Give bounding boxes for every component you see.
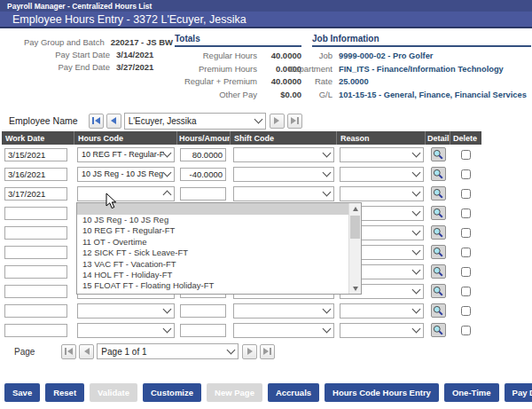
hours-amount-input[interactable] <box>180 324 226 337</box>
regular-premium-label: Regular + Premium <box>175 75 257 89</box>
hours-amount-input[interactable] <box>180 168 226 181</box>
delete-checkbox[interactable] <box>461 306 471 316</box>
delete-checkbox[interactable] <box>461 228 471 238</box>
scroll-down-icon[interactable] <box>349 283 361 294</box>
pay-day-register-button[interactable]: Pay Day Register <box>505 383 532 402</box>
work-date-input[interactable] <box>4 324 67 337</box>
employee-name-select[interactable]: L'Ecuyer, Jessika <box>124 113 266 130</box>
header-reason: Reason <box>337 131 426 145</box>
delete-checkbox[interactable] <box>461 267 471 277</box>
magnifier-icon <box>433 286 443 296</box>
delete-checkbox[interactable] <box>461 208 471 218</box>
detail-button[interactable] <box>431 264 446 279</box>
detail-button[interactable] <box>431 206 446 220</box>
hours-code-select[interactable]: 10 REG FT - Regular-FT <box>77 147 175 162</box>
page-last-button[interactable] <box>260 344 275 359</box>
work-date-input[interactable] <box>4 148 67 161</box>
rate-label: Rate <box>282 75 332 89</box>
delete-checkbox[interactable] <box>461 287 471 296</box>
scroll-up-icon[interactable] <box>349 203 361 214</box>
reason-select[interactable] <box>340 303 424 319</box>
dropdown-option[interactable]: 20 REG PT - Regular-PT <box>77 292 348 294</box>
hours-code-select[interactable]: 10 JS Reg - 10 JS Reg <box>77 167 175 182</box>
work-date-input[interactable] <box>4 187 67 201</box>
work-date-input[interactable] <box>4 246 67 259</box>
shift-code-select[interactable] <box>233 186 334 201</box>
shift-code-select[interactable] <box>233 303 334 319</box>
hours-code-hours-entry-button[interactable]: Hours Code Hours Entry <box>325 383 439 402</box>
delete-checkbox[interactable] <box>461 248 471 257</box>
customize-button[interactable]: Customize <box>143 383 201 402</box>
dropdown-option[interactable]: 12 SICK FT - Sick Leave-FT <box>77 248 348 258</box>
chevron-down-icon <box>323 169 332 177</box>
work-date-input[interactable] <box>4 226 67 240</box>
shift-code-select[interactable] <box>233 323 334 338</box>
employee-last-button[interactable] <box>287 114 302 129</box>
shift-code-select[interactable] <box>233 147 334 162</box>
delete-checkbox[interactable] <box>461 169 471 179</box>
hours-amount-input[interactable] <box>180 304 226 318</box>
work-date-input[interactable] <box>4 285 67 298</box>
chevron-down-icon <box>412 188 421 197</box>
page-previous-button[interactable] <box>79 344 94 359</box>
magnifier-icon <box>433 169 443 179</box>
hours-code-select-open[interactable] <box>77 186 175 201</box>
title-bar: Payroll Manager - Centralized Hours List… <box>0 0 532 28</box>
reason-select[interactable] <box>340 167 424 182</box>
dropdown-option-blank[interactable] <box>77 203 348 215</box>
app-breadcrumb: Payroll Manager - Centralized Hours List <box>0 0 532 12</box>
detail-button[interactable] <box>431 147 446 161</box>
page-title: Employee Hours Entry - 3372 L'Ecuyer, Je… <box>0 12 532 27</box>
detail-button[interactable] <box>431 245 446 259</box>
work-date-input[interactable] <box>4 207 67 220</box>
employee-first-button[interactable] <box>89 114 104 129</box>
hours-code-select[interactable] <box>77 303 175 319</box>
hours-amount-input[interactable] <box>180 148 226 161</box>
reason-select[interactable] <box>340 323 424 338</box>
detail-button[interactable] <box>431 167 446 181</box>
magnifier-icon <box>433 208 443 218</box>
dropdown-option[interactable]: 11 OT - Overtime <box>77 237 348 248</box>
page-label: Page <box>14 347 35 357</box>
detail-button[interactable] <box>431 303 446 318</box>
employee-name-selected: L'Ecuyer, Jessika <box>129 116 197 126</box>
reason-select[interactable] <box>340 147 424 162</box>
one-time-button[interactable]: One-Time <box>444 383 499 402</box>
detail-button[interactable] <box>431 186 446 201</box>
shift-code-select[interactable] <box>233 167 334 182</box>
dropdown-option[interactable]: 10 REG FT - Regular-FT <box>77 225 348 236</box>
dropdown-option[interactable]: 10 JS Reg - 10 JS Reg <box>77 215 348 225</box>
delete-checkbox[interactable] <box>461 150 471 160</box>
page-next-button[interactable] <box>242 344 257 359</box>
hours-code-select[interactable] <box>77 323 175 338</box>
delete-checkbox[interactable] <box>461 326 471 335</box>
page-select[interactable]: Page 1 of 1 <box>97 343 239 359</box>
employee-next-button[interactable] <box>270 114 285 129</box>
reason-select[interactable] <box>340 186 424 201</box>
chevron-down-icon <box>227 346 236 355</box>
scrollbar-thumb[interactable] <box>350 216 360 239</box>
detail-button[interactable] <box>431 225 446 240</box>
work-date-input[interactable] <box>4 168 67 181</box>
detail-button[interactable] <box>431 323 446 337</box>
employee-previous-button[interactable] <box>106 114 121 129</box>
reset-button[interactable]: Reset <box>45 383 84 402</box>
work-date-input[interactable] <box>4 265 67 279</box>
save-button[interactable]: Save <box>4 383 40 402</box>
next-icon <box>274 117 279 124</box>
detail-button[interactable] <box>431 284 446 298</box>
chevron-down-icon <box>412 305 421 314</box>
delete-checkbox[interactable] <box>461 189 471 199</box>
dropdown-scrollbar[interactable] <box>348 203 361 294</box>
dropdown-option[interactable]: 14 HOL FT - Holiday-FT <box>77 270 348 280</box>
work-date-input[interactable] <box>4 304 67 318</box>
dropdown-option[interactable]: 13 VAC FT - Vacation-FT <box>77 259 348 270</box>
job-info-title: Job Information <box>312 34 531 47</box>
chevron-down-icon <box>412 247 421 256</box>
hours-amount-input[interactable] <box>180 187 226 201</box>
employee-navigator: Employee Name L'Ecuyer, Jessika <box>9 112 305 130</box>
dropdown-option[interactable]: 15 FLOAT FT - Floating Holiday-FT <box>77 280 348 291</box>
accruals-button[interactable]: Accruals <box>268 383 319 402</box>
page-first-button[interactable] <box>61 344 76 359</box>
last-icon <box>291 117 296 124</box>
